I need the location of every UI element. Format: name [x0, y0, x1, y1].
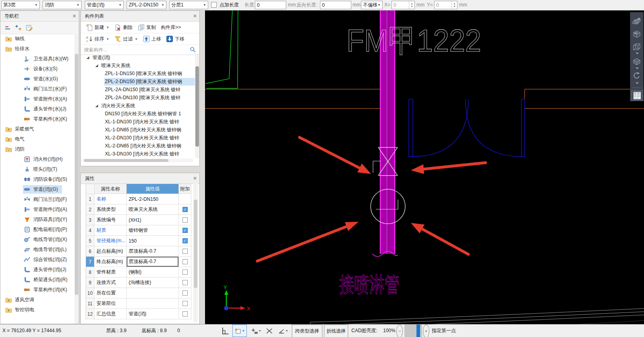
attach-checkbox[interactable] — [183, 270, 188, 275]
property-name[interactable]: 系统编号 — [94, 215, 127, 225]
nav-item[interactable]: 零星构件(水)(K) — [0, 114, 74, 124]
attach-checkbox[interactable] — [183, 290, 188, 296]
angle-button[interactable]: ▼ — [277, 325, 289, 337]
component-select[interactable]: ZPL-2-DN150▼ — [127, 1, 166, 9]
property-value[interactable]: 镀锌钢管 — [127, 225, 179, 235]
property-name[interactable]: 终点标高(m) — [94, 257, 127, 267]
chevron-down-icon[interactable] — [636, 53, 639, 54]
schedule-button[interactable] — [631, 90, 643, 101]
component-node[interactable]: ◢喷淋灭火系统 — [81, 61, 195, 69]
component-node[interactable]: XL-2-DN65 [消火栓灭火系统 镀锌钢 — [81, 142, 195, 150]
property-row-number[interactable]: 3 — [86, 215, 94, 225]
copy-button[interactable]: 复制 — [135, 23, 158, 32]
nav-item[interactable]: 管道附件(水)(A) — [0, 94, 74, 104]
component-node[interactable]: XL-3-DN100 [消火栓灭火系统 镀锌 — [81, 150, 195, 158]
length-input[interactable]: 0 — [255, 1, 286, 9]
nav-folder[interactable]: 通风空调 — [0, 295, 74, 305]
property-value[interactable]: 管道(消) — [127, 309, 179, 319]
property-name[interactable]: 起点标高(m) — [94, 246, 127, 256]
nav-item[interactable]: 综合管线(消)(Z) — [0, 255, 74, 265]
nav-item[interactable]: 阀门法兰(水)(F) — [0, 84, 74, 94]
property-value[interactable]: ZPL-2-DN150 — [127, 194, 179, 204]
new-button[interactable]: 新建▼ — [84, 23, 111, 32]
sort-button[interactable]: AZ排序▼ — [84, 35, 111, 43]
property-row-number[interactable]: 9 — [86, 278, 94, 288]
brightness-plus-button[interactable]: + — [423, 325, 429, 337]
properties-scrollbar[interactable] — [193, 184, 198, 322]
header-attribute-name[interactable]: 属性名称 — [94, 184, 127, 194]
nav-folder[interactable]: 消防 — [0, 144, 74, 154]
property-name[interactable]: 管件材质 — [94, 267, 127, 277]
nav-item[interactable]: 通头管件(消)(J) — [0, 265, 74, 275]
orbit-icon[interactable] — [632, 16, 642, 26]
attach-checkbox[interactable] — [183, 301, 188, 306]
attach-checkbox-checked[interactable]: ✓ — [183, 238, 188, 243]
property-name[interactable]: 连接方式 — [94, 278, 127, 288]
edit-list-icon[interactable] — [26, 24, 33, 31]
nav-item[interactable]: 桥架通头(消)(R) — [0, 275, 74, 285]
component-node[interactable]: XL-1-DN65 [消火栓灭火系统 镀锌钢 — [81, 126, 195, 134]
nav-item[interactable]: 电线导管(消)(X) — [0, 235, 74, 245]
property-row-number[interactable]: 10 — [86, 288, 94, 298]
component-node[interactable]: ◢消火栓灭火系统 — [81, 102, 195, 110]
specialty-select[interactable]: 消防▼ — [43, 1, 82, 9]
property-value[interactable]: (XH1) — [127, 215, 179, 225]
view-wireframe-icon[interactable] — [632, 42, 642, 52]
attach-checkbox[interactable] — [183, 249, 188, 254]
component-hscrollbar[interactable] — [82, 159, 193, 162]
delete-button[interactable]: 删除 — [112, 23, 135, 32]
add-length-checkbox[interactable] — [211, 2, 217, 8]
nav-item[interactable]: 卫生器具(水)(W) — [0, 54, 74, 64]
property-row-number[interactable]: 11 — [86, 298, 94, 308]
brightness-minus-button[interactable]: − — [396, 325, 403, 337]
cross-icon[interactable] — [265, 325, 274, 337]
tree-expand-icon[interactable]: ◢ — [95, 104, 98, 108]
attach-checkbox[interactable] — [183, 280, 188, 285]
cad-viewport[interactable]: FM甲1222 接喷淋管 — [205, 10, 644, 324]
close-icon[interactable]: ✕ — [72, 11, 76, 21]
cross-type-select-button[interactable]: 跨类型选择 — [292, 325, 322, 337]
attach-checkbox[interactable] — [183, 217, 188, 223]
nav-folder[interactable]: 采暖燃气 — [0, 124, 74, 134]
polyline-select-button[interactable]: 折线选择 — [324, 325, 348, 337]
property-row-number[interactable]: 12 — [86, 309, 94, 319]
property-name[interactable]: 汇总信息 — [94, 309, 127, 319]
search-icon[interactable] — [190, 47, 196, 53]
component-node[interactable]: ◢管道(消) — [81, 53, 195, 61]
stepper-arrows-icon[interactable]: ▲▼ — [409, 1, 414, 9]
nav-folder[interactable]: 智控弱电 — [0, 305, 74, 315]
header-attach[interactable]: 附加 — [179, 184, 191, 194]
category-select[interactable]: 管道(消)▼ — [85, 1, 124, 9]
close-icon[interactable]: ✕ — [193, 11, 197, 21]
rotate-view-icon[interactable] — [632, 71, 642, 81]
component-vscrollbar[interactable] — [195, 53, 199, 158]
property-name[interactable]: 材质 — [94, 225, 127, 235]
floor-select[interactable]: 第3层▼ — [1, 1, 40, 9]
property-value[interactable]: 150 — [127, 236, 179, 246]
component-node[interactable]: XL-2-DN100 [消火栓灭火系统 镀锌 — [81, 134, 195, 142]
nav-item[interactable]: 阀门法兰(消)(F) — [0, 194, 74, 204]
property-value[interactable]: (钢制) — [127, 267, 179, 277]
nav-item[interactable]: 配电箱柜(消)(P) — [0, 225, 74, 235]
nav-item[interactable]: 电缆导管(消)(L) — [0, 245, 74, 255]
offset-select[interactable]: 不偏移▼ — [361, 1, 383, 9]
property-row-number[interactable]: 5 — [86, 236, 94, 246]
move-down-button[interactable]: 下移 — [164, 35, 187, 43]
chevron-down-icon[interactable] — [636, 82, 639, 84]
nav-folder[interactable]: 轴线 — [0, 34, 74, 44]
component-node[interactable]: XL-1-DN100 [消火栓灭火系统 镀锌 — [81, 118, 195, 126]
component-node[interactable]: ZPL-1-DN150 [喷淋灭火系统 镀锌钢 — [81, 69, 195, 78]
view-solid-icon[interactable] — [632, 57, 642, 66]
property-row-number[interactable]: 1 — [86, 194, 94, 204]
property-name[interactable]: 所在位置 — [94, 288, 127, 298]
navigator-scrollbar[interactable] — [74, 34, 79, 324]
nav-item[interactable]: 管道附件(消)(A) — [0, 204, 74, 214]
layer-select[interactable]: 分层1▼ — [169, 1, 208, 9]
component-node[interactable]: ZPL-2A-DN150 [喷淋灭火系统 镀锌 — [81, 86, 195, 94]
property-value[interactable]: 喷淋灭火系统 — [127, 204, 179, 214]
library-button[interactable]: 构件库>> — [159, 23, 183, 32]
property-value[interactable]: (沟槽连接) — [127, 278, 179, 288]
brightness-slider-handle[interactable] — [416, 325, 420, 337]
property-value[interactable] — [127, 288, 179, 298]
close-icon[interactable]: ✕ — [193, 173, 197, 184]
